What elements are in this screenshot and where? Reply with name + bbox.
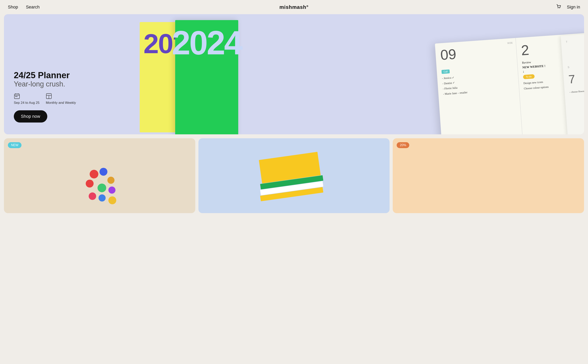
sticker-orange <box>107 177 114 184</box>
sale-badge: 20% <box>397 142 409 148</box>
diary-day-left: 09 <box>440 43 512 62</box>
product-card-sale[interactable]: 20% <box>393 138 584 213</box>
todo-badge: To-do <box>523 74 535 79</box>
diary-handwriting: - Jessica ✓ - Dentist ✓ - Florist Julia … <box>442 71 514 97</box>
green-year: 2024 <box>172 26 242 59</box>
far-col-t: T <box>566 40 568 44</box>
search-link[interactable]: Search <box>26 5 39 10</box>
far-day-7: 7 <box>568 69 584 86</box>
diary-entries: Call - Jessica ✓ - Dentist ✓ - Florist J… <box>441 65 514 97</box>
hero-meta: Sep 24 to Aug 25 Monthly and Weekly <box>14 93 76 105</box>
sticker-green <box>98 184 106 192</box>
layout-text: Monthly and Weekly <box>46 101 76 105</box>
navbar: Shop Search mishmash° Sign in <box>0 0 588 14</box>
diary-left-page: W36 09 Call - Jessica ✓ - Dentist ✓ - Fl… <box>435 38 523 134</box>
sign-in-link[interactable]: Sign in <box>567 5 580 10</box>
calendar-icon <box>14 93 20 100</box>
green-planner: 2024 <box>175 20 238 134</box>
hero-title: 24/25 Planner <box>14 71 76 80</box>
logo: mishmash° <box>279 4 309 10</box>
far-note: – choose flowers for Anna <box>569 87 584 94</box>
product-card-notebooks[interactable] <box>198 138 390 213</box>
product-card-stickers[interactable]: NEW <box>4 138 195 213</box>
sticker-blue-1 <box>99 168 107 176</box>
hero-section: 202 2024 W36 09 Call - Jessica ✓ - Denti… <box>4 14 584 134</box>
svg-rect-7 <box>15 96 16 97</box>
hero-visual: 202 2024 W36 09 Call - Jessica ✓ - Denti… <box>120 14 584 134</box>
nav-right: Sign in <box>556 4 580 10</box>
date-range-text: Sep 24 to Aug 25 <box>14 101 39 105</box>
shop-now-button[interactable]: Shop now <box>14 110 47 123</box>
notebooks-stack <box>261 162 327 201</box>
week-number: W36 <box>507 41 513 45</box>
svg-rect-8 <box>17 96 17 97</box>
hero-content: 24/25 Planner Year-long crush. Sep 24 to… <box>14 71 76 123</box>
sticker-yellow <box>108 196 116 204</box>
nav-left: Shop Search <box>8 5 39 10</box>
svg-point-1 <box>559 8 560 8</box>
hero-meta-layout: Monthly and Weekly <box>46 93 76 105</box>
product-cards-row: NEW 20% <box>0 138 588 217</box>
sticker-purple <box>108 187 116 194</box>
sticker-group <box>78 166 121 209</box>
new-badge: NEW <box>8 142 21 148</box>
sticker-red-1 <box>90 170 98 178</box>
far-col-s: S <box>568 65 569 69</box>
svg-point-0 <box>558 8 558 8</box>
hero-meta-dates: Sep 24 to Aug 25 <box>14 93 39 105</box>
shop-link[interactable]: Shop <box>8 5 18 10</box>
layout-icon <box>46 93 52 100</box>
sticker-red-2 <box>86 180 94 188</box>
call-badge: Call <box>441 69 450 74</box>
cart-icon[interactable] <box>556 4 562 10</box>
sticker-pink <box>89 192 96 200</box>
sticker-blue-2 <box>98 195 106 202</box>
hero-subtitle: Year-long crush. <box>14 80 76 88</box>
